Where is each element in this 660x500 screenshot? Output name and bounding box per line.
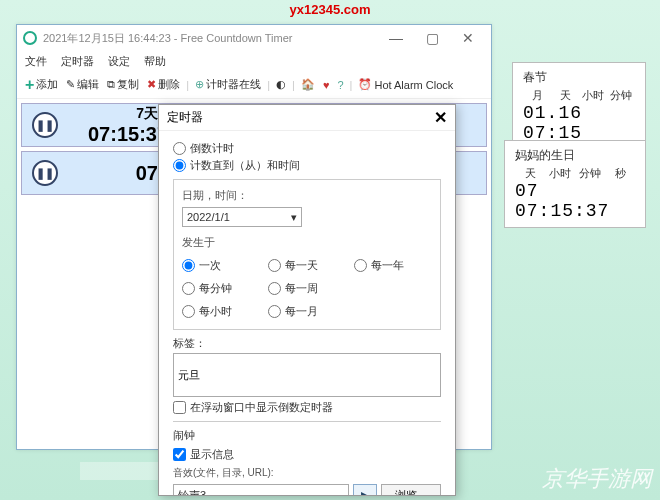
checkbox-input[interactable]	[173, 448, 186, 461]
label-input[interactable]	[173, 353, 441, 397]
browse-button[interactable]: 浏览...	[381, 484, 441, 496]
widget-title: 春节	[523, 69, 635, 86]
timer-dialog: 定时器 ✕ 倒数计时 计数直到（从）和时间 日期，时间： 2022/1/1▾ 发…	[158, 104, 456, 496]
time-remaining: 07:15:37	[88, 123, 158, 146]
radio-input[interactable]	[182, 282, 195, 295]
add-button[interactable]: +添加	[23, 74, 60, 96]
widget-header: 天小时分钟秒	[515, 166, 635, 181]
radio-input[interactable]	[182, 259, 195, 272]
radio-input[interactable]	[173, 142, 186, 155]
freq-week[interactable]: 每一周	[268, 281, 346, 296]
dialog-body: 倒数计时 计数直到（从）和时间 日期，时间： 2022/1/1▾ 发生于 一次 …	[159, 131, 455, 496]
widget-title: 妈妈的生日	[515, 147, 635, 164]
float-widget-spring[interactable]: 春节 月天小时分钟 01.16 07:15	[512, 62, 646, 150]
datetime-fieldset: 日期，时间： 2022/1/1▾ 发生于 一次 每一天 每一年 每分钟 每一周 …	[173, 179, 441, 330]
edit-button[interactable]: ✎编辑	[64, 75, 101, 94]
globe-icon: ⊕	[195, 78, 204, 91]
freq-min[interactable]: 每分钟	[182, 281, 260, 296]
hot-alarm-button[interactable]: ⏰Hot Alarm Clock	[356, 76, 455, 93]
radio-input[interactable]	[354, 259, 367, 272]
x-icon: ✖	[147, 78, 156, 91]
delete-button[interactable]: ✖删除	[145, 75, 182, 94]
window-title: 2021年12月15日 16:44:23 - Free Countdown Ti…	[43, 31, 379, 46]
label-label: 标签：	[173, 336, 441, 351]
menu-help[interactable]: 帮助	[144, 54, 166, 69]
dialog-titlebar: 定时器 ✕	[159, 105, 455, 131]
online-button[interactable]: ⊕计时器在线	[193, 75, 263, 94]
bell-section-label: 闹钟	[173, 428, 441, 443]
sound-select[interactable]: 铃声3⌄	[173, 484, 349, 496]
freq-year[interactable]: 每一年	[354, 258, 432, 273]
heart-button[interactable]: ♥	[321, 77, 332, 93]
contrast-button[interactable]: ◐	[274, 76, 288, 93]
pause-button[interactable]: ❚❚	[32, 160, 58, 186]
mode-countdown-radio[interactable]: 倒数计时	[173, 141, 441, 156]
menu-timer[interactable]: 定时器	[61, 54, 94, 69]
float-checkbox[interactable]: 在浮动窗口中显示倒数定时器	[173, 400, 441, 415]
radio-input[interactable]	[173, 159, 186, 172]
separator: |	[186, 79, 189, 91]
freq-hour[interactable]: 每小时	[182, 304, 260, 319]
app-icon	[23, 31, 37, 45]
radio-input[interactable]	[182, 305, 195, 318]
chevron-down-icon: ▾	[291, 211, 297, 224]
dialog-close-button[interactable]: ✕	[434, 108, 447, 127]
minimize-button[interactable]: —	[379, 28, 413, 48]
bell-fieldset: 闹钟 显示信息 音效(文件, 目录, URL): 铃声3⌄ ▶ 浏览... 提高…	[173, 421, 441, 496]
close-button[interactable]: ✕	[451, 28, 485, 48]
sound-row: 铃声3⌄ ▶ 浏览...	[173, 484, 441, 496]
separator: |	[267, 79, 270, 91]
date-label: 日期，时间：	[182, 188, 432, 203]
frequency-options: 一次 每一天 每一年 每分钟 每一周 每小时 每一月	[182, 256, 432, 321]
freq-once[interactable]: 一次	[182, 258, 260, 273]
watermark-top: yx12345.com	[290, 2, 371, 17]
home-icon: 🏠	[301, 78, 315, 91]
pencil-icon: ✎	[66, 78, 75, 91]
copy-button[interactable]: ⧉复制	[105, 75, 141, 94]
date-picker[interactable]: 2022/1/1▾	[182, 207, 302, 227]
freq-label: 发生于	[182, 235, 432, 250]
window-controls: — ▢ ✕	[379, 28, 485, 48]
widget-header: 月天小时分钟	[523, 88, 635, 103]
separator: |	[350, 79, 353, 91]
radio-input[interactable]	[268, 259, 281, 272]
watermark-bottom-right: 京华手游网	[542, 464, 652, 494]
pause-button[interactable]: ❚❚	[32, 112, 58, 138]
checkbox-input[interactable]	[173, 401, 186, 414]
float-widget-birthday[interactable]: 妈妈的生日 天小时分钟秒 07 07:15:37	[504, 140, 646, 228]
radio-input[interactable]	[268, 305, 281, 318]
widget-value: 01.16 07:15	[523, 103, 635, 143]
mode-countto-radio[interactable]: 计数直到（从）和时间	[173, 158, 441, 173]
copy-icon: ⧉	[107, 78, 115, 91]
freq-day[interactable]: 每一天	[268, 258, 346, 273]
menubar: 文件 定时器 设定 帮助	[17, 51, 491, 71]
chevron-down-icon: ⌄	[335, 489, 344, 497]
plus-icon: +	[25, 76, 34, 94]
home-button[interactable]: 🏠	[299, 76, 317, 93]
play-button[interactable]: ▶	[353, 484, 377, 496]
contrast-icon: ◐	[276, 78, 286, 91]
days-remaining: 7天	[88, 105, 158, 123]
freq-month[interactable]: 每一月	[268, 304, 346, 319]
separator: |	[292, 79, 295, 91]
dialog-title: 定时器	[167, 109, 203, 126]
menu-settings[interactable]: 设定	[108, 54, 130, 69]
toolbar: +添加 ✎编辑 ⧉复制 ✖删除 | ⊕计时器在线 | ◐ | 🏠 ♥ ? | ⏰…	[17, 71, 491, 99]
clock-icon: ⏰	[358, 78, 372, 91]
question-icon: ?	[337, 79, 343, 91]
show-info-checkbox[interactable]: 显示信息	[173, 447, 441, 462]
menu-file[interactable]: 文件	[25, 54, 47, 69]
titlebar: 2021年12月15日 16:44:23 - Free Countdown Ti…	[17, 25, 491, 51]
help-button[interactable]: ?	[335, 77, 345, 93]
heart-icon: ♥	[323, 79, 330, 91]
radio-input[interactable]	[268, 282, 281, 295]
sound-label: 音效(文件, 目录, URL):	[173, 466, 441, 480]
widget-value: 07 07:15:37	[515, 181, 635, 221]
maximize-button[interactable]: ▢	[415, 28, 449, 48]
time-remaining: 07	[88, 162, 158, 185]
